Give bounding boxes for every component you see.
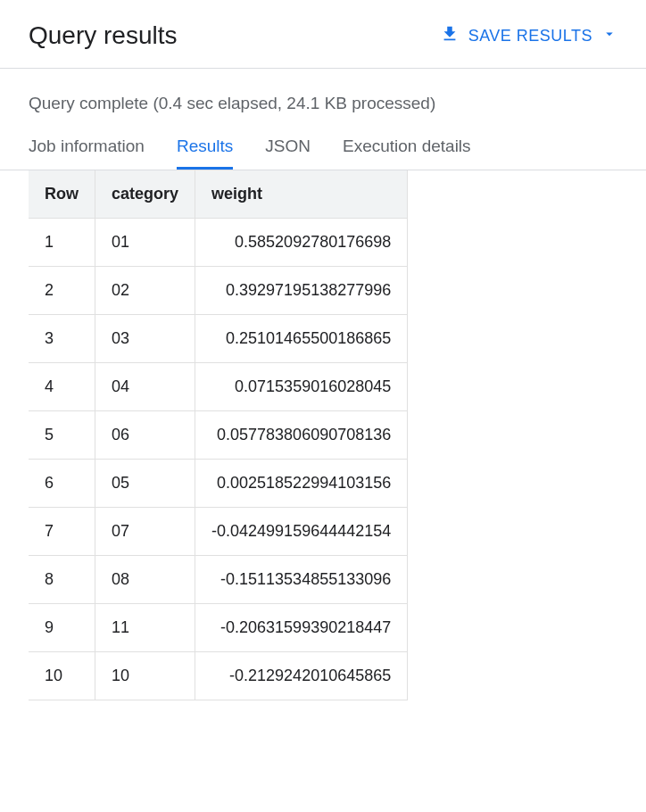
cell-category: 04: [95, 363, 195, 411]
results-table: Row category weight 1010.585209278017669…: [29, 170, 408, 700]
table-row[interactable]: 2020.39297195138277996: [29, 267, 408, 315]
cell-row: 2: [29, 267, 95, 315]
column-header-weight[interactable]: weight: [195, 170, 408, 219]
cell-category: 05: [95, 460, 195, 508]
cell-row: 5: [29, 411, 95, 460]
cell-category: 01: [95, 219, 195, 267]
save-results-button[interactable]: SAVE RESULTS: [440, 24, 617, 48]
cell-category: 10: [95, 652, 195, 700]
results-header: Query results SAVE RESULTS: [0, 0, 646, 69]
table-row[interactable]: 808-0.15113534855133096: [29, 556, 408, 604]
table-row[interactable]: 6050.002518522994103156: [29, 460, 408, 508]
query-status-text: Query complete (0.4 sec elapsed, 24.1 KB…: [0, 69, 646, 128]
tab-execution-details[interactable]: Execution details: [343, 128, 471, 170]
save-results-label: SAVE RESULTS: [468, 27, 592, 46]
cell-weight: 0.25101465500186865: [195, 315, 408, 363]
cell-row: 4: [29, 363, 95, 411]
cell-row: 8: [29, 556, 95, 604]
cell-weight: 0.0715359016028045: [195, 363, 408, 411]
tab-job-information[interactable]: Job information: [29, 128, 145, 170]
column-header-category[interactable]: category: [95, 170, 195, 219]
cell-row: 6: [29, 460, 95, 508]
cell-weight: -0.15113534855133096: [195, 556, 408, 604]
table-row[interactable]: 3030.25101465500186865: [29, 315, 408, 363]
cell-category: 11: [95, 604, 195, 652]
cell-row: 9: [29, 604, 95, 652]
cell-weight: 0.5852092780176698: [195, 219, 408, 267]
cell-category: 02: [95, 267, 195, 315]
tab-json[interactable]: JSON: [265, 128, 311, 170]
table-row[interactable]: 5060.057783806090708136: [29, 411, 408, 460]
cell-category: 06: [95, 411, 195, 460]
column-header-row[interactable]: Row: [29, 170, 95, 219]
cell-row: 10: [29, 652, 95, 700]
table-row[interactable]: 1010-0.2129242010645865: [29, 652, 408, 700]
chevron-down-icon: [601, 26, 617, 46]
cell-category: 07: [95, 508, 195, 556]
cell-weight: -0.20631599390218447: [195, 604, 408, 652]
cell-weight: -0.042499159644442154: [195, 508, 408, 556]
cell-row: 3: [29, 315, 95, 363]
cell-weight: 0.057783806090708136: [195, 411, 408, 460]
cell-category: 03: [95, 315, 195, 363]
cell-row: 7: [29, 508, 95, 556]
cell-weight: 0.39297195138277996: [195, 267, 408, 315]
table-row[interactable]: 4040.0715359016028045: [29, 363, 408, 411]
cell-category: 08: [95, 556, 195, 604]
cell-weight: -0.2129242010645865: [195, 652, 408, 700]
table-row[interactable]: 1010.5852092780176698: [29, 219, 408, 267]
results-table-container: Row category weight 1010.585209278017669…: [0, 170, 646, 700]
page-title: Query results: [29, 21, 178, 50]
download-icon: [440, 24, 460, 48]
tab-results[interactable]: Results: [177, 128, 233, 170]
cell-weight: 0.002518522994103156: [195, 460, 408, 508]
results-tabs: Job information Results JSON Execution d…: [0, 128, 646, 170]
cell-row: 1: [29, 219, 95, 267]
table-row[interactable]: 707-0.042499159644442154: [29, 508, 408, 556]
table-row[interactable]: 911-0.20631599390218447: [29, 604, 408, 652]
